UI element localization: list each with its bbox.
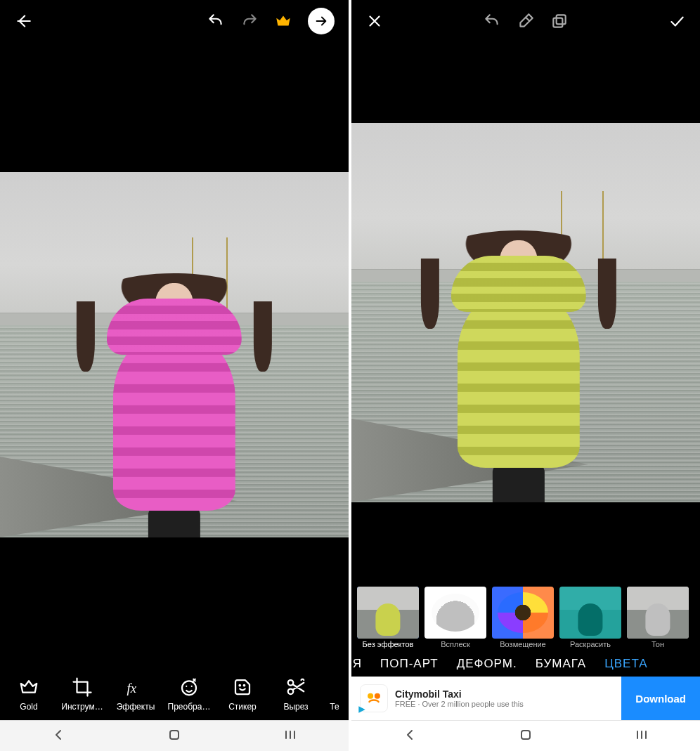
category-colors[interactable]: ЦВЕТА <box>604 657 647 671</box>
tool-sticker[interactable]: Стикер <box>218 677 267 712</box>
svg-point-2 <box>240 685 241 686</box>
tool-label: Gold <box>4 702 53 712</box>
svg-rect-11 <box>521 731 530 739</box>
svg-point-10 <box>375 693 380 699</box>
edited-photo[interactable] <box>351 123 700 502</box>
face-retouch-icon <box>179 677 200 698</box>
effect-thumb-none[interactable]: Без эффектов <box>357 587 419 648</box>
svg-point-3 <box>244 685 245 686</box>
nav-recent-icon[interactable] <box>633 726 650 746</box>
tool-instruments[interactable]: Инструм… <box>58 677 107 712</box>
thumb-label: Возмещение <box>492 640 554 648</box>
thumb-preview <box>357 587 419 639</box>
back-icon[interactable] <box>14 12 32 30</box>
svg-text:fx: fx <box>127 681 137 696</box>
thumb-preview <box>492 587 554 639</box>
editor-effects-panel: Без эффектовВсплескВозмещениеРаскраситьТ… <box>351 0 700 751</box>
effect-thumb-row: Без эффектовВсплескВозмещениеРаскраситьТ… <box>351 582 700 651</box>
tool-text-partial[interactable]: Те <box>325 677 344 712</box>
crown-icon <box>18 677 39 698</box>
effect-thumb-replace[interactable]: Возмещение <box>492 587 554 648</box>
svg-point-1 <box>182 681 196 695</box>
top-toolbar <box>351 0 700 42</box>
fx-icon: fx <box>125 677 146 698</box>
crop-icon <box>72 677 93 698</box>
category-deform[interactable]: ДЕФОРМ. <box>457 657 517 671</box>
nav-back-icon[interactable] <box>50 726 67 746</box>
scissors-icon <box>285 677 306 698</box>
premium-crown-icon[interactable] <box>274 12 292 30</box>
thumb-label: Без эффектов <box>357 640 419 648</box>
effect-thumb-tone[interactable]: Тон <box>627 587 689 648</box>
tool-effects[interactable]: fx Эффекты <box>111 677 160 712</box>
effect-thumb-splash[interactable]: Всплеск <box>424 587 486 648</box>
tool-gold[interactable]: Gold <box>4 677 53 712</box>
tool-label: Те <box>325 702 344 712</box>
effect-category-row: IЯПОП-АРТДЕФОРМ.БУМАГАЦВЕТА <box>351 651 700 677</box>
effect-thumb-colorize[interactable]: Раскрасить <box>559 587 621 648</box>
thumb-preview <box>627 587 689 639</box>
tool-label: Вырез <box>271 702 320 712</box>
thumb-preview <box>559 587 621 639</box>
tool-label: Эффекты <box>111 702 160 712</box>
ad-banner[interactable]: Citymobil Taxi FREE · Over 2 million peo… <box>351 677 700 720</box>
ad-title: Citymobil Taxi <box>395 688 621 700</box>
top-toolbar <box>0 0 349 42</box>
redo-icon[interactable] <box>240 12 259 30</box>
category-partial[interactable]: IЯ <box>351 657 362 671</box>
ad-download-button[interactable]: Download <box>621 677 700 720</box>
category-paper[interactable]: БУМАГА <box>536 657 586 671</box>
tool-label: Преобра… <box>164 702 214 712</box>
edited-photo[interactable] <box>0 172 349 537</box>
text-icon <box>325 677 346 698</box>
thumb-label: Тон <box>627 640 689 648</box>
undo-icon[interactable] <box>483 12 501 30</box>
tool-label: Инструм… <box>58 702 107 712</box>
thumb-preview <box>424 587 486 639</box>
thumb-label: Раскрасить <box>559 640 621 648</box>
next-button[interactable] <box>308 8 335 34</box>
tool-label: Стикер <box>218 702 267 712</box>
thumb-label: Всплеск <box>424 640 486 648</box>
ad-subtitle: FREE · Over 2 million people use this <box>395 700 621 708</box>
category-popart[interactable]: ПОП-АРТ <box>380 657 439 671</box>
editor-main-panel: Gold Инструм… fx Эффекты Преобра… Стикер… <box>0 0 349 751</box>
layers-icon[interactable] <box>550 12 569 30</box>
ad-cta-label: Download <box>635 693 686 705</box>
nav-home-icon[interactable] <box>517 726 534 746</box>
photo-canvas[interactable] <box>351 42 700 582</box>
android-nav-bar <box>0 720 349 751</box>
nav-home-icon[interactable] <box>166 726 183 746</box>
bottom-tool-row: Gold Инструм… fx Эффекты Преобра… Стикер… <box>0 667 349 720</box>
svg-point-9 <box>368 693 373 699</box>
nav-back-icon[interactable] <box>401 726 418 746</box>
sticker-icon <box>232 677 253 698</box>
nav-recent-icon[interactable] <box>282 726 299 746</box>
svg-rect-8 <box>557 15 566 24</box>
undo-icon[interactable] <box>207 12 225 30</box>
android-nav-bar <box>351 720 700 751</box>
ad-text: Citymobil Taxi FREE · Over 2 million peo… <box>395 688 621 708</box>
apply-check-icon[interactable] <box>668 12 686 30</box>
svg-rect-6 <box>170 731 179 739</box>
svg-rect-7 <box>553 18 562 27</box>
photo-canvas[interactable] <box>0 42 349 667</box>
eraser-icon[interactable] <box>517 12 535 30</box>
close-icon[interactable] <box>365 12 384 30</box>
tool-cutout[interactable]: Вырез <box>271 677 320 712</box>
adchoices-icon[interactable] <box>357 705 367 717</box>
tool-transform[interactable]: Преобра… <box>164 677 214 712</box>
